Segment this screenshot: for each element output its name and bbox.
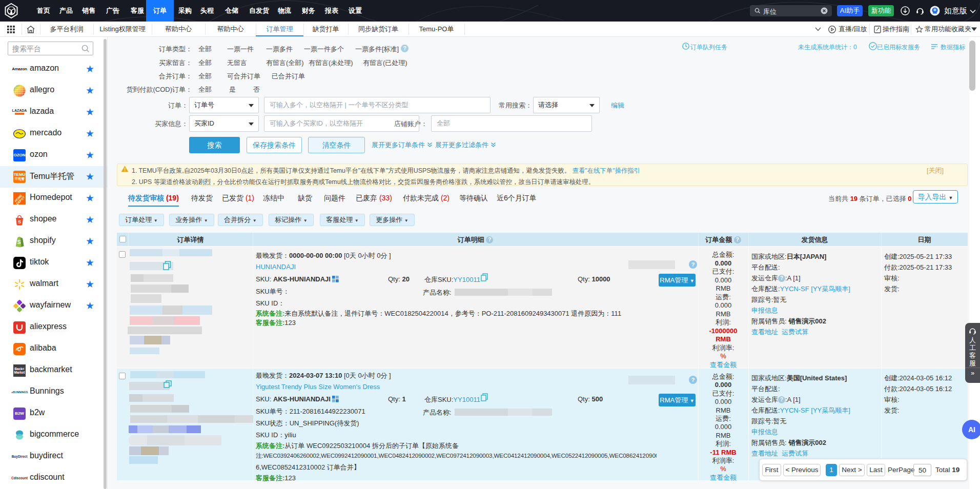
svg-text:S: S bbox=[18, 219, 21, 225]
svg-text:S: S bbox=[17, 239, 21, 245]
